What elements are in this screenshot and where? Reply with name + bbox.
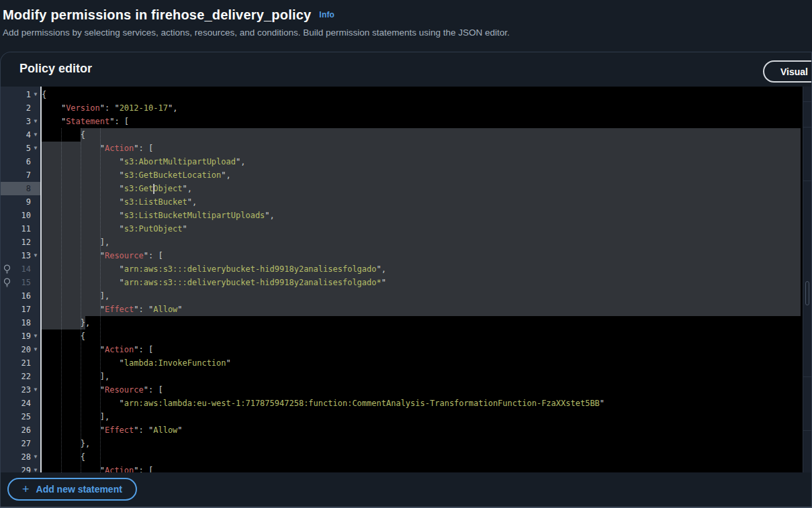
- code-line[interactable]: "Resource": [: [42, 249, 803, 262]
- gutter-line[interactable]: 29▼: [1, 464, 40, 472]
- line-number: 19: [11, 332, 31, 341]
- gutter-spacer: [2, 465, 11, 472]
- code-line[interactable]: "arn:aws:s3:::deliverybucket-hid9918y2an…: [42, 276, 803, 289]
- code-line[interactable]: "Action": [: [42, 464, 803, 472]
- code-text: ],: [42, 372, 109, 381]
- gutter-line[interactable]: 24: [1, 397, 40, 410]
- editor-scrollbar[interactable]: [803, 87, 811, 472]
- code-text: },: [42, 439, 90, 448]
- gutter-line[interactable]: 19▼: [1, 329, 40, 343]
- fold-arrow-icon[interactable]: ▼: [31, 249, 40, 262]
- gutter-line[interactable]: 26: [1, 423, 40, 437]
- gutter-line[interactable]: 18: [1, 316, 40, 329]
- code-text: "arn:aws:s3:::deliverybucket-hid9918y2an…: [42, 278, 386, 287]
- selection-highlight: [81, 128, 801, 142]
- fold-arrow-icon[interactable]: ▼: [31, 128, 40, 142]
- gutter-line[interactable]: 25: [1, 410, 40, 423]
- gutter-line[interactable]: 14: [1, 262, 40, 276]
- fold-arrow-icon[interactable]: ▼: [31, 383, 40, 397]
- fold-arrow-icon[interactable]: ▼: [31, 115, 40, 128]
- add-new-statement-button[interactable]: + Add new statement: [7, 478, 137, 501]
- fold-arrow-icon[interactable]: ▼: [31, 343, 40, 356]
- code-line[interactable]: {: [42, 450, 803, 464]
- code-line[interactable]: ],: [42, 370, 803, 383]
- gutter-line[interactable]: 20▼: [1, 343, 40, 356]
- gutter-line[interactable]: 2: [1, 101, 40, 115]
- visual-mode-toggle[interactable]: Visual: [763, 60, 812, 83]
- editor-code-area[interactable]: { "Version": "2012-10-17", "Statement": …: [42, 87, 803, 472]
- code-line[interactable]: "Version": "2012-10-17",: [42, 101, 803, 115]
- fold-arrow-icon[interactable]: ▼: [31, 329, 40, 343]
- gutter-spacer: [2, 237, 11, 248]
- line-number: 25: [11, 412, 31, 421]
- code-line[interactable]: "Statement": [: [42, 115, 803, 128]
- gutter-line[interactable]: 6: [1, 155, 40, 168]
- gutter-line[interactable]: 5▼: [1, 142, 40, 155]
- gutter-line[interactable]: 13▼: [1, 249, 40, 262]
- code-line[interactable]: {: [42, 88, 803, 101]
- lightbulb-annotation[interactable]: [2, 264, 11, 274]
- code-text: "arn:aws:lambda:eu-west-1:717875947258:f…: [42, 399, 604, 408]
- gutter-line[interactable]: 28▼: [1, 450, 40, 464]
- code-line[interactable]: },: [42, 437, 803, 450]
- gutter-line[interactable]: 11: [1, 222, 40, 236]
- code-line[interactable]: ],: [42, 236, 803, 249]
- fold-arrow-icon[interactable]: ▼: [31, 142, 40, 155]
- code-line[interactable]: },: [42, 316, 803, 329]
- code-text: {: [42, 130, 85, 140]
- gutter-spacer: [2, 438, 11, 449]
- selection-highlight: [42, 289, 801, 303]
- gutter-line[interactable]: 10: [1, 209, 40, 222]
- code-line[interactable]: "lambda:InvokeFunction": [42, 356, 803, 370]
- code-line[interactable]: "Effect": "Allow": [42, 423, 803, 437]
- code-line[interactable]: {: [42, 128, 803, 142]
- scrollbar-divider: [803, 101, 811, 102]
- json-policy-editor[interactable]: 1▼23▼4▼5▼678910111213▼141516171819▼20▼21…: [1, 87, 811, 472]
- line-number: 7: [11, 170, 31, 180]
- gutter-spacer: [2, 385, 11, 395]
- gutter-line[interactable]: 16: [1, 289, 40, 303]
- code-line[interactable]: "Action": [: [42, 343, 803, 356]
- code-line[interactable]: "s3:GetBucketLocation",: [42, 168, 803, 182]
- gutter-line[interactable]: 1▼: [1, 88, 40, 101]
- fold-arrow-icon[interactable]: ▼: [31, 450, 40, 464]
- gutter-line[interactable]: 7: [1, 168, 40, 182]
- editor-gutter: 1▼23▼4▼5▼678910111213▼141516171819▼20▼21…: [1, 87, 40, 472]
- gutter-line[interactable]: 15: [1, 276, 40, 289]
- code-text: "Version": "2012-10-17",: [42, 103, 177, 113]
- code-text: "Action": [: [42, 466, 153, 472]
- info-link[interactable]: Info: [319, 10, 334, 19]
- code-line[interactable]: ],: [42, 289, 803, 303]
- add-new-statement-label: Add new statement: [36, 484, 122, 495]
- code-line[interactable]: "Effect": "Allow": [42, 303, 803, 316]
- gutter-line[interactable]: 23▼: [1, 383, 40, 397]
- code-line[interactable]: "s3:AbortMultipartUpload",: [42, 155, 803, 168]
- gutter-line[interactable]: 9: [1, 195, 40, 209]
- fold-arrow-icon[interactable]: ▼: [31, 88, 40, 101]
- code-text: ],: [42, 291, 109, 301]
- gutter-line[interactable]: 21: [1, 356, 40, 370]
- code-line[interactable]: "arn:aws:s3:::deliverybucket-hid9918y2an…: [42, 262, 803, 276]
- gutter-spacer: [2, 358, 11, 368]
- gutter-line[interactable]: 22: [1, 370, 40, 383]
- code-line[interactable]: "Resource": [: [42, 383, 803, 397]
- code-line[interactable]: "s3:PutObject": [42, 222, 803, 236]
- gutter-line[interactable]: 3▼: [1, 115, 40, 128]
- code-line[interactable]: "s3:ListBucketMultipartUploads",: [42, 209, 803, 222]
- scrollbar-thumb[interactable]: [805, 281, 809, 305]
- code-line[interactable]: "s3:ListBucket",: [42, 195, 803, 209]
- gutter-line[interactable]: 12: [1, 236, 40, 249]
- code-line[interactable]: ],: [42, 410, 803, 423]
- code-line[interactable]: "arn:aws:lambda:eu-west-1:717875947258:f…: [42, 397, 803, 410]
- code-line[interactable]: {: [42, 329, 803, 343]
- gutter-line[interactable]: 17: [1, 303, 40, 316]
- fold-arrow-icon[interactable]: ▼: [31, 464, 40, 472]
- code-line[interactable]: "s3:GetObject",: [42, 182, 803, 195]
- gutter-line[interactable]: 27: [1, 437, 40, 450]
- lightbulb-annotation[interactable]: [2, 277, 11, 288]
- code-line[interactable]: "Action": [: [42, 142, 803, 155]
- gutter-line[interactable]: 4▼: [1, 128, 40, 142]
- gutter-line[interactable]: 8: [1, 182, 40, 195]
- gutter-spacer: [2, 331, 11, 342]
- gutter-spacer: [2, 250, 11, 261]
